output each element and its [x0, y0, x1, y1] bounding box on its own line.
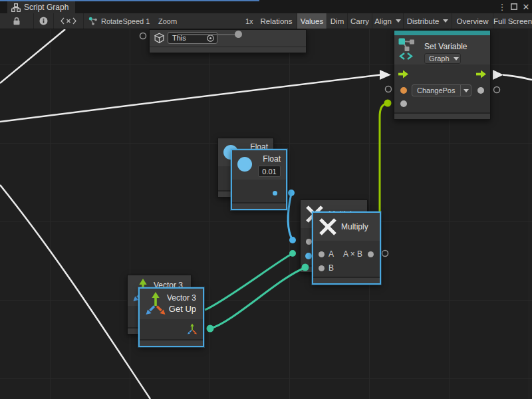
- node-footer: [140, 340, 203, 346]
- input-port-a[interactable]: [319, 251, 325, 257]
- graph-canvas[interactable]: This Set Variable: [0, 29, 532, 399]
- chevron-down-icon: [464, 89, 469, 92]
- unity-script-graph-window: { "tab": { "title": "Script Graph" }, "t…: [0, 0, 532, 399]
- zoom-value: 1x: [245, 17, 253, 25]
- zoom-slider[interactable]: [178, 34, 241, 35]
- node-header: This: [150, 30, 306, 47]
- flow-arrowhead-in: [380, 70, 391, 80]
- vector3-icon: [144, 291, 167, 317]
- variable-color-bar: [394, 31, 490, 35]
- zoom-label: Zoom: [158, 17, 177, 25]
- unconnected-port[interactable]: [386, 86, 392, 92]
- node-title: Vector 3: [167, 293, 196, 303]
- align-dropdown-button[interactable]: Align: [372, 13, 404, 29]
- unconnected-port[interactable]: [494, 87, 500, 93]
- tab-title: Script Graph: [24, 3, 68, 12]
- this-event-node[interactable]: This: [149, 29, 307, 53]
- node-header: Set Variable Graph: [394, 35, 490, 65]
- flow-wire-offscreen[interactable]: [0, 29, 65, 83]
- vector3-get-up-node[interactable]: Vector 3 Get Up: [138, 287, 204, 347]
- flow-wire-to-set-variable[interactable]: [0, 75, 380, 122]
- wire-bead: [302, 264, 309, 271]
- node-header: Float 0.01: [232, 150, 286, 180]
- distribute-dropdown-button[interactable]: Distribute: [404, 13, 452, 29]
- value-input-port[interactable]: [400, 100, 407, 107]
- info-button[interactable]: [34, 13, 54, 29]
- carry-button[interactable]: Carry: [348, 13, 372, 29]
- fullscreen-button[interactable]: Full Screen: [493, 13, 532, 29]
- node-body: [140, 319, 203, 339]
- window-maximize-icon[interactable]: [508, 0, 520, 13]
- gameobject-cube-icon: [154, 33, 165, 44]
- node-footer: [150, 47, 306, 53]
- chevron-down-icon: [454, 57, 459, 61]
- code-preview-button[interactable]: [54, 13, 84, 29]
- wire-bead: [288, 190, 295, 196]
- node-header: Multiply: [313, 213, 380, 241]
- node-subtitle: Get Up: [169, 304, 196, 314]
- lock-button[interactable]: [0, 13, 34, 29]
- multiply-x-icon: [319, 217, 337, 236]
- node-body: A A × B B: [313, 241, 380, 277]
- wire-bead: [289, 237, 296, 243]
- graph-toolbar: RotateSpeed 1 Zoom 1x Relations Values D…: [0, 13, 532, 29]
- relations-button[interactable]: Relations: [256, 13, 297, 29]
- output-port[interactable]: [368, 251, 374, 257]
- flow-wire-from-set-variable[interactable]: [503, 75, 532, 80]
- float-node[interactable]: Float 0.01: [231, 149, 287, 210]
- wire-bead: [289, 250, 296, 257]
- node-title: Set Variable: [424, 42, 467, 51]
- wire-bead: [207, 325, 214, 332]
- node-title: Multiply: [341, 222, 368, 231]
- code-x-icon: [61, 17, 76, 25]
- variable-name-dropdown[interactable]: ChangePos: [412, 84, 471, 96]
- node-footer: [394, 114, 490, 119]
- input-port-b[interactable]: [319, 265, 325, 271]
- value-wire-float-to-multiply[interactable]: [288, 194, 293, 240]
- window-menu-icon[interactable]: ⋮: [496, 0, 508, 13]
- node-title: Float: [263, 154, 281, 164]
- variable-kind-dropdown[interactable]: Graph: [424, 53, 461, 64]
- graph-hierarchy-icon: [11, 3, 21, 12]
- script-graph-asset-icon: [88, 17, 98, 26]
- vector3-output-port[interactable]: [187, 323, 198, 335]
- chevron-down-icon: [396, 19, 401, 23]
- values-button[interactable]: Values: [297, 13, 327, 29]
- lock-icon: [13, 17, 21, 25]
- info-icon: [39, 17, 48, 25]
- node-header: Vector 3 Get Up: [140, 289, 203, 319]
- set-variable-node[interactable]: Set Variable Graph ChangePos: [394, 30, 491, 120]
- unconnected-port[interactable]: [382, 251, 388, 257]
- title-tab-bar: Script Graph ⋮ ✕: [0, 0, 532, 13]
- flow-out-port[interactable]: [476, 70, 486, 78]
- window-close-icon[interactable]: ✕: [520, 0, 532, 13]
- wire-bead: [384, 100, 392, 107]
- float-value-field[interactable]: 0.01: [258, 166, 281, 177]
- flow-wire-diagonal[interactable]: [0, 185, 150, 399]
- dim-button[interactable]: Dim: [327, 13, 348, 29]
- unconnected-port[interactable]: [140, 33, 146, 39]
- multiply-node[interactable]: Multiply A A × B B: [312, 211, 381, 285]
- value-wire-multiply-to-setvariable[interactable]: [380, 103, 388, 211]
- node-footer: [313, 278, 380, 283]
- variable-input-port[interactable]: [400, 87, 407, 94]
- float-type-icon: [237, 157, 252, 172]
- graph-asset-name: RotateSpeed 1: [101, 17, 150, 25]
- node-footer: [232, 203, 286, 209]
- set-variable-icon: [398, 37, 418, 61]
- value-output-port[interactable]: [477, 87, 484, 94]
- chevron-down-icon: [443, 19, 448, 23]
- overview-button[interactable]: Overview: [452, 13, 493, 29]
- float-output-port[interactable]: [273, 191, 277, 196]
- node-body: ChangePos: [394, 65, 490, 112]
- tab-script-graph[interactable]: Script Graph: [7, 1, 75, 13]
- zoom-slider-handle[interactable]: [235, 31, 242, 38]
- flow-arrowhead-out: [493, 70, 503, 80]
- node-body: [232, 180, 286, 202]
- flow-in-port[interactable]: [398, 70, 408, 78]
